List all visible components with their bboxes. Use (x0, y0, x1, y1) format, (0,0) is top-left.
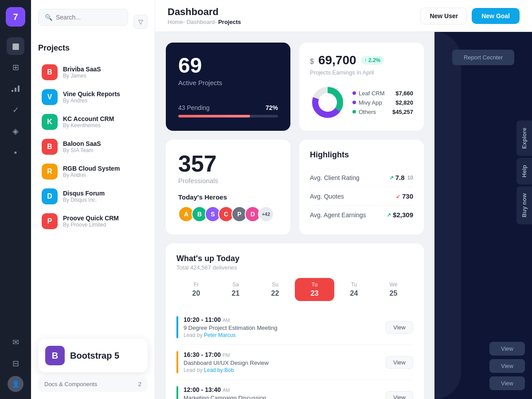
event-view-button[interactable]: View (386, 321, 413, 334)
project-name: Disqus Forum (63, 190, 105, 197)
cal-day[interactable]: Su22 (255, 278, 295, 301)
sidebar-search[interactable]: 🔍 (38, 9, 128, 26)
nav-icon-bar[interactable] (7, 80, 24, 98)
cal-header: What's up Today Total 424,567 deliveries (176, 254, 413, 271)
nav-icon-message[interactable]: ✉ (7, 333, 24, 351)
header: Dashboard Home- Dashboard- Projects New … (155, 0, 532, 32)
event-lead-link[interactable]: Lead by Bob (204, 367, 234, 373)
cal-day[interactable]: Fr20 (176, 278, 216, 301)
project-item[interactable]: D Disqus Forum By Disqus Inc. (38, 184, 148, 209)
legend-item: Mivy App (352, 99, 385, 106)
event-time: 16:30 - 17:00 PM (184, 351, 269, 358)
cal-day[interactable]: We25 (374, 278, 413, 301)
event-ampm: PM (223, 352, 230, 358)
legend-label: Mivy App (359, 99, 382, 106)
cal-day[interactable]: Sa21 (216, 278, 255, 301)
cal-day[interactable]: Tu24 (334, 278, 374, 301)
day-of-month: 25 (390, 289, 398, 297)
project-name: RGB Cloud System (63, 165, 120, 172)
project-item[interactable]: V Vine Quick Reports By Andres (38, 85, 148, 110)
pending-row: 43 Pending 72% (178, 104, 278, 111)
header-left: Dashboard Home- Dashboard- Projects (168, 6, 241, 25)
day-of-week: Su (272, 282, 278, 288)
breadcrumb-home[interactable]: Home- (168, 19, 187, 25)
day-of-month: 24 (350, 289, 358, 297)
cal-title: What's up Today (176, 254, 413, 263)
cal-events: 10:20 - 11:00 AM 9 Degree Project Estima… (176, 310, 413, 399)
donut-area: Leaf CRMMivy AppOthers $7,660$2,820$45,2… (310, 85, 413, 120)
project-info: Briviba SaaS By James (63, 66, 101, 79)
project-item[interactable]: B Briviba SaaS By James (38, 60, 148, 85)
rp-view-button[interactable]: View (489, 342, 525, 356)
new-user-button[interactable]: New User (420, 8, 467, 24)
sidebar-footer[interactable]: Docs & Components 2 (38, 376, 148, 392)
sidebar-footer-count: 2 (138, 381, 141, 387)
day-of-month: 23 (311, 289, 319, 297)
event-view-button[interactable]: View (386, 356, 413, 369)
project-logo: D (42, 188, 58, 204)
right-panel-tab[interactable]: Buy now (516, 186, 532, 224)
nav-icon-check[interactable]: ✓ (7, 101, 24, 119)
legend-label: Leaf CRM (359, 90, 385, 97)
hero-avatar: +42 (258, 206, 274, 222)
bootstrap-label: Bootstrap 5 (70, 351, 119, 361)
day-of-month: 22 (271, 289, 279, 297)
right-panel-content: Report Cecnter (434, 32, 532, 83)
calendar-section: What's up Today Total 424,567 deliveries… (166, 243, 424, 399)
highlight-row: Avg. Agent Earnings ↗$2,309 (310, 206, 413, 224)
event-view-button[interactable]: View (386, 391, 413, 399)
project-item[interactable]: K KC Account CRM By Keenthemes (38, 110, 148, 134)
legend-dot (352, 101, 356, 104)
event-lead: Lead by Lead by Bob (184, 367, 269, 373)
highlights-list: Avg. Client Rating ↗7.810 Avg. Quotes ↙7… (310, 168, 413, 224)
project-by: By Andres (63, 98, 120, 104)
pending-pct: 72% (266, 104, 278, 111)
nav-avatar[interactable]: 7 (6, 7, 25, 27)
rp-view-button-2[interactable]: View (489, 359, 525, 373)
progress-fill (178, 115, 250, 117)
project-by: By Keenthemes (63, 122, 114, 129)
nav-bottom: ✉ ⊟ 👤 (7, 333, 24, 392)
cal-day[interactable]: Tu23 (295, 278, 334, 301)
bootstrap-card: B Bootstrap 5 (38, 339, 148, 372)
hl-value: ↙730 (396, 192, 413, 200)
project-item[interactable]: B Baloon SaaS By SIA Team (38, 134, 148, 159)
search-icon: 🔍 (45, 14, 52, 21)
nav-user-avatar[interactable]: 👤 (8, 376, 23, 392)
right-panel-tabs: ExploreHelpBuy now (516, 121, 532, 226)
event-lead-link[interactable]: Peter Marcus (204, 332, 235, 338)
prof-count: 357 (178, 152, 278, 175)
project-by: By Andrei (63, 172, 120, 178)
event-name: Dashboard UI/UX Design Review (184, 360, 269, 366)
nav-icon-grid[interactable]: ⊞ (7, 59, 24, 76)
header-actions: New User New Goal (420, 8, 520, 24)
day-of-month: 20 (192, 289, 200, 297)
legend-dot (352, 91, 356, 95)
project-logo: B (42, 64, 58, 80)
filter-icon[interactable]: ▽ (133, 15, 148, 29)
professionals-card: 357 Professionals Today's Heroes ABSCPD+… (166, 140, 290, 235)
project-item[interactable]: R RGB Cloud System By Andrei (38, 159, 148, 184)
legend-amount: $45,257 (392, 109, 413, 115)
left-nav: 7 ▦ ⊞ ✓ ◈ ▪ ✉ ⊟ 👤 (0, 0, 31, 399)
event-lead: Lead by Peter Marcus (184, 332, 278, 338)
nav-icon-dashboard[interactable]: ▦ (7, 37, 24, 55)
report-center-button[interactable]: Report Cecnter (452, 50, 514, 65)
search-input[interactable] (56, 14, 121, 21)
svg-rect-1 (15, 88, 16, 92)
prof-label: Professionals (178, 177, 278, 184)
nav-icon-layers[interactable]: ◈ (7, 122, 24, 140)
right-panel-tab[interactable]: Explore (516, 121, 532, 156)
right-panel-tab[interactable]: Help (516, 158, 532, 184)
earnings-badge: ↑ 2.2% (361, 56, 384, 65)
project-item[interactable]: P Proove Quick CRM By Proove Limited (38, 209, 148, 234)
highlight-row: Avg. Client Rating ↗7.810 (310, 168, 413, 187)
nav-icon-briefcase[interactable]: ▪ (7, 144, 24, 161)
new-goal-button[interactable]: New Goal (472, 8, 520, 24)
page-title: Dashboard (168, 6, 241, 18)
nav-icon-grid2[interactable]: ⊟ (7, 355, 24, 372)
project-by: By Disqus Inc. (63, 197, 105, 203)
active-count: 69 (178, 55, 278, 76)
rp-view-button-3[interactable]: View (489, 376, 525, 390)
breadcrumb-dashboard[interactable]: Dashboard- (187, 19, 219, 25)
